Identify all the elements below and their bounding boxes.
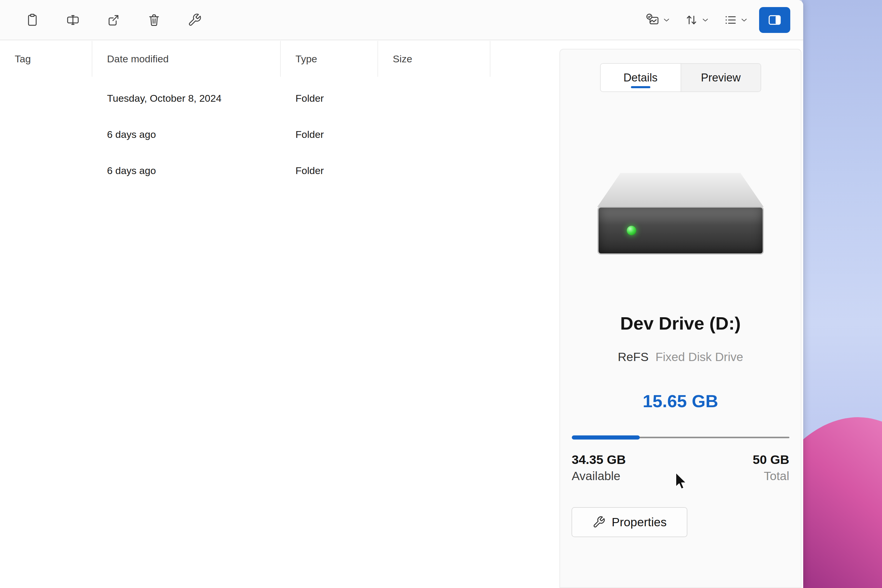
properties-button-label: Properties xyxy=(612,515,667,529)
available-value: 34.35 GB xyxy=(572,453,626,467)
toolbar-right-group xyxy=(643,7,803,33)
column-header-type[interactable]: Type xyxy=(281,41,378,77)
column-header-tag[interactable]: Tag xyxy=(0,41,92,77)
rename-icon xyxy=(66,13,80,27)
row-type-cell: Folder xyxy=(281,165,378,176)
mouse-cursor-icon xyxy=(674,472,688,491)
total-stat: 50 GB Total xyxy=(753,453,789,483)
drive-subtitle: ReFS Fixed Disk Drive xyxy=(618,350,743,364)
column-header-label: Type xyxy=(296,53,317,64)
drive-usage-bar xyxy=(572,435,789,440)
tab-preview[interactable]: Preview xyxy=(681,64,760,92)
available-label: Available xyxy=(572,469,626,483)
drive-led-indicator xyxy=(627,226,636,235)
row-type-cell: Folder xyxy=(281,93,378,104)
table-row[interactable]: Tuesday, October 8, 2024 Folder xyxy=(0,80,551,116)
row-date-cell: Tuesday, October 8, 2024 xyxy=(92,93,281,104)
select-menu-button[interactable] xyxy=(643,9,674,31)
drive-illustration-front xyxy=(597,206,764,255)
rename-button[interactable] xyxy=(60,7,86,33)
share-button[interactable] xyxy=(100,7,126,33)
list-column-headers: Tag Date modified Type Size xyxy=(0,41,551,77)
paste-button[interactable] xyxy=(20,7,45,33)
details-pane-toggle-button[interactable] xyxy=(759,7,790,33)
total-value: 50 GB xyxy=(753,453,789,467)
file-list: Tag Date modified Type Size Tuesday, Oct… xyxy=(0,41,551,588)
delete-icon xyxy=(147,13,161,27)
sort-icon xyxy=(684,13,699,27)
details-pane: Details Preview Dev Drive (D:) ReFS Fixe… xyxy=(560,49,801,588)
table-row[interactable]: 6 days ago Folder xyxy=(0,116,551,153)
details-pane-toggle-icon xyxy=(767,13,782,27)
column-header-date-modified[interactable]: Date modified xyxy=(92,41,281,77)
tab-details[interactable]: Details xyxy=(601,64,681,92)
sort-menu-button[interactable] xyxy=(681,9,712,31)
share-icon xyxy=(106,13,120,27)
drive-name: Dev Drive (D:) xyxy=(620,313,741,334)
delete-button[interactable] xyxy=(141,7,167,33)
column-header-label: Tag xyxy=(15,53,31,64)
chevron-down-icon xyxy=(701,16,710,24)
wrench-icon xyxy=(188,13,202,27)
tab-details-label: Details xyxy=(623,72,657,84)
column-header-spacer xyxy=(490,41,551,77)
view-menu-button[interactable] xyxy=(720,9,752,31)
desktop-wallpaper xyxy=(802,0,882,588)
drive-usage-fill xyxy=(572,435,640,440)
command-toolbar xyxy=(0,0,803,40)
toolbar-left-group xyxy=(0,7,208,33)
wrench-icon xyxy=(592,516,605,529)
active-tab-underline xyxy=(631,86,650,88)
row-type-cell: Folder xyxy=(281,129,378,140)
properties-button[interactable]: Properties xyxy=(572,507,687,537)
drive-illustration-top xyxy=(597,173,764,207)
total-label: Total xyxy=(753,469,789,483)
row-date-cell: 6 days ago xyxy=(92,165,281,176)
file-explorer-window: Tag Date modified Type Size Tuesday, Oct… xyxy=(0,0,803,588)
tools-button[interactable] xyxy=(182,7,208,33)
select-icon xyxy=(646,13,660,27)
available-stat: 34.35 GB Available xyxy=(572,453,626,483)
drive-filesystem: ReFS xyxy=(618,350,649,364)
chevron-down-icon xyxy=(740,16,748,24)
column-header-label: Size xyxy=(393,53,412,64)
wallpaper-bloom-shape xyxy=(802,396,882,588)
view-icon xyxy=(723,13,737,27)
row-date-cell: 6 days ago xyxy=(92,129,281,140)
details-pane-tabs: Details Preview xyxy=(600,63,761,92)
list-rows: Tuesday, October 8, 2024 Folder 6 days a… xyxy=(0,77,551,189)
column-header-size[interactable]: Size xyxy=(378,41,490,77)
column-header-label: Date modified xyxy=(107,53,169,64)
drive-illustration xyxy=(597,173,764,255)
screen: Tag Date modified Type Size Tuesday, Oct… xyxy=(0,0,882,588)
tab-preview-label: Preview xyxy=(701,72,741,84)
paste-icon xyxy=(25,13,39,27)
drive-used-space: 15.65 GB xyxy=(643,391,718,411)
drive-kind: Fixed Disk Drive xyxy=(656,350,743,364)
table-row[interactable]: 6 days ago Folder xyxy=(0,153,551,189)
chevron-down-icon xyxy=(662,16,671,24)
